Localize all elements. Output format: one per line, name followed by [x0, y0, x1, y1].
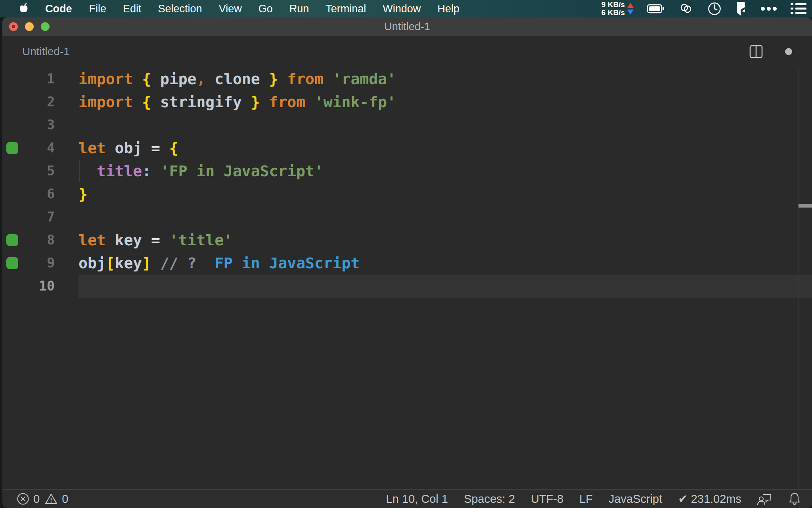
- editor-area: Untitled-1 1import { pipe, clone } from …: [2, 36, 812, 489]
- eol-setting[interactable]: LF: [579, 493, 593, 506]
- menu-item-terminal[interactable]: Terminal: [317, 3, 374, 15]
- code-line-4[interactable]: 4let obj = {: [2, 137, 812, 160]
- status-bar-right: Ln 10, Col 1 Spaces: 2 UTF-8 LF JavaScri…: [386, 492, 801, 506]
- menu-item-go[interactable]: Go: [250, 3, 281, 15]
- network-speed-widget[interactable]: 9 KB/s 6 KB/s: [601, 1, 634, 17]
- line-number: 4: [2, 137, 55, 160]
- line-number: 5: [2, 160, 55, 183]
- unsaved-changes-dot[interactable]: [785, 48, 792, 55]
- menu-bar-status-items: 9 KB/s 6 KB/s: [601, 1, 812, 17]
- menu-item-view[interactable]: View: [211, 3, 250, 15]
- encoding-setting[interactable]: UTF-8: [531, 493, 563, 506]
- menu-item-selection[interactable]: Selection: [150, 3, 211, 15]
- traffic-lights: [9, 22, 50, 31]
- warning-icon: [44, 493, 58, 505]
- line-text: import { pipe, clone } from 'ramda': [79, 67, 396, 90]
- errors-group: 0: [17, 493, 40, 506]
- network-down-speed: 6 KB/s: [601, 9, 625, 17]
- clock-icon[interactable]: [707, 2, 722, 16]
- problems-indicator[interactable]: 0 0: [17, 493, 68, 506]
- editor-header: Untitled-1: [2, 36, 812, 67]
- network-speed-text: 9 KB/s 6 KB/s: [601, 1, 625, 17]
- list-icon[interactable]: [791, 3, 806, 15]
- upload-arrow-icon: [627, 3, 634, 8]
- ribbon-icon[interactable]: [735, 2, 747, 16]
- network-up-speed: 9 KB/s: [601, 1, 625, 9]
- linked-rings-icon[interactable]: [678, 1, 694, 17]
- code-line-9[interactable]: 9obj[key] // ? FP in JavaScript: [2, 252, 812, 275]
- feedback-button[interactable]: [757, 492, 772, 506]
- line-number: 9: [2, 252, 55, 275]
- menu-item-run[interactable]: Run: [281, 3, 318, 15]
- line-number: 10: [2, 275, 55, 298]
- indentation-setting[interactable]: Spaces: 2: [464, 493, 515, 506]
- code-editor-window: Untitled-1 Untitled-1 1import { pipe, cl…: [2, 17, 812, 508]
- code-line-6[interactable]: 6}: [2, 183, 812, 206]
- warning-count: 0: [62, 493, 68, 506]
- line-text: let key = 'title': [79, 229, 233, 252]
- window-title: Untitled-1: [384, 21, 430, 33]
- notifications-button[interactable]: [788, 492, 801, 506]
- code-line-3[interactable]: 3: [2, 114, 812, 137]
- line-number: 8: [2, 229, 55, 252]
- line-text: obj[key] // ? FP in JavaScript: [79, 252, 360, 275]
- download-arrow-icon: [627, 10, 634, 15]
- apple-icon: [19, 3, 29, 15]
- scrollbar-rail[interactable]: [798, 67, 799, 489]
- line-text: }: [79, 183, 88, 206]
- menu-item-edit[interactable]: Edit: [115, 3, 150, 15]
- code-line-7[interactable]: 7: [2, 206, 812, 229]
- minimize-button[interactable]: [25, 22, 34, 31]
- menu-item-window[interactable]: Window: [374, 3, 429, 15]
- status-bar: 0 0 Ln 10, Col 1 Spaces: 2 UTF-8 LF Java…: [2, 489, 812, 508]
- window-titlebar[interactable]: Untitled-1: [2, 17, 812, 36]
- line-text: let obj = {: [79, 137, 178, 160]
- menu-app-name[interactable]: Code: [36, 3, 81, 15]
- error-count: 0: [33, 493, 40, 506]
- language-mode[interactable]: JavaScript: [609, 493, 662, 506]
- editor-header-actions: [749, 45, 792, 58]
- line-text: title: 'FP in JavaScript': [79, 160, 324, 183]
- tab-untitled-1[interactable]: Untitled-1: [22, 45, 70, 58]
- code-lines: 1import { pipe, clone } from 'ramda'2imp…: [2, 67, 812, 298]
- menu-item-help[interactable]: Help: [429, 3, 468, 15]
- menu-bar-left: Code FileEditSelectionViewGoRunTerminalW…: [0, 3, 468, 15]
- line-text: import { stringify } from 'wink-fp': [79, 90, 396, 114]
- network-arrows: [627, 3, 634, 15]
- ellipsis-icon[interactable]: [760, 6, 777, 11]
- error-icon: [17, 493, 29, 505]
- code-line-10[interactable]: 10: [2, 275, 812, 298]
- cursor-position[interactable]: Ln 10, Col 1: [386, 493, 448, 506]
- code-line-5[interactable]: 5 title: 'FP in JavaScript': [2, 160, 812, 183]
- battery-icon[interactable]: [647, 4, 665, 13]
- zoom-button[interactable]: [41, 22, 50, 31]
- code-line-8[interactable]: 8let key = 'title': [2, 229, 812, 252]
- code-line-1[interactable]: 1import { pipe, clone } from 'ramda': [2, 67, 812, 90]
- feedback-icon: [757, 492, 772, 506]
- code-line-2[interactable]: 2import { stringify } from 'wink-fp': [2, 90, 812, 114]
- warnings-group: 0: [44, 493, 68, 506]
- line-number: 2: [2, 90, 55, 114]
- code-area[interactable]: 1import { pipe, clone } from 'ramda'2imp…: [2, 67, 812, 489]
- quokka-run-time[interactable]: ✔ 231.02ms: [678, 492, 741, 506]
- bell-icon: [788, 492, 801, 506]
- close-button[interactable]: [9, 22, 18, 31]
- apple-menu[interactable]: [12, 3, 36, 15]
- line-number: 3: [2, 114, 55, 137]
- menu-items: FileEditSelectionViewGoRunTerminalWindow…: [81, 3, 468, 15]
- overview-ruler-marker: [799, 204, 812, 208]
- line-number: 7: [2, 206, 55, 229]
- menu-bar: Code FileEditSelectionViewGoRunTerminalW…: [0, 0, 812, 17]
- line-number: 6: [2, 183, 55, 206]
- line-number: 1: [2, 67, 55, 90]
- split-editor-button[interactable]: [749, 45, 763, 58]
- menu-item-file[interactable]: File: [81, 3, 115, 15]
